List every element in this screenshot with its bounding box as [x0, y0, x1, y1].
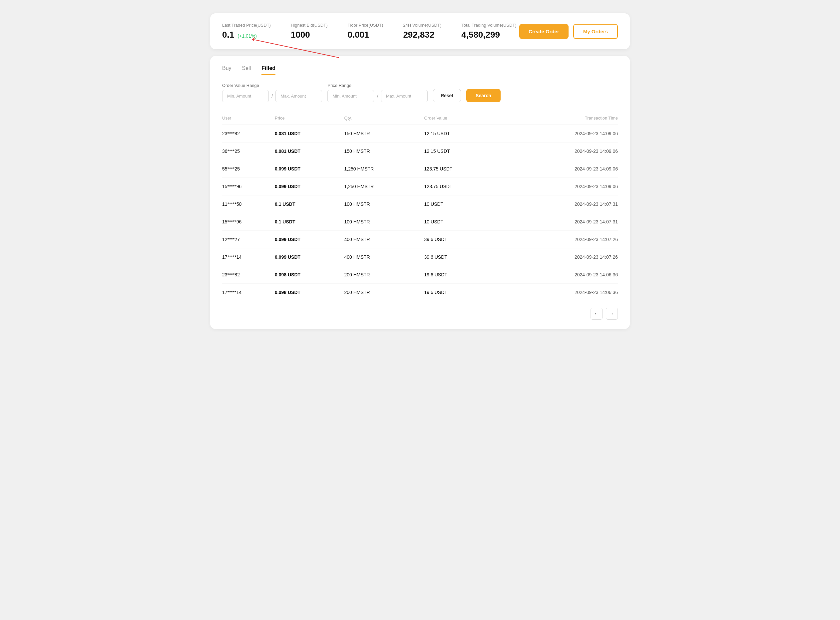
cell-order-value: 123.75 USDT: [425, 178, 501, 196]
next-page-button[interactable]: →: [606, 308, 618, 320]
cell-time: 2024-09-23 14:06:36: [501, 266, 618, 284]
main-container: Last Traded Price(USDT) 0.1 (+1.01%) Hig…: [210, 13, 630, 329]
last-traded-price-label: Last Traded Price(USDT): [222, 23, 271, 28]
cell-order-value: 19.6 USDT: [425, 284, 501, 301]
cell-order-value: 10 USDT: [425, 213, 501, 231]
col-order-value: Order Value: [425, 111, 501, 125]
cell-price: 0.081 USDT: [275, 143, 345, 160]
order-value-range-group: Order Value Range /: [222, 83, 322, 102]
cell-price: 0.099 USDT: [275, 248, 345, 266]
cell-order-value: 12.15 USDT: [425, 125, 501, 143]
cell-price: 0.098 USDT: [275, 266, 345, 284]
cell-qty: 150 HMSTR: [345, 143, 425, 160]
cell-time: 2024-09-23 14:07:31: [501, 213, 618, 231]
cell-time: 2024-09-23 14:07:26: [501, 231, 618, 248]
highest-bid-label: Highest Bid(USDT): [291, 23, 328, 28]
table-row: 17*****14 0.098 USDT 200 HMSTR 19.6 USDT…: [222, 284, 618, 301]
price-min-amount-input[interactable]: [327, 90, 374, 102]
reset-button[interactable]: Reset: [433, 89, 461, 102]
total-volume-value: 4,580,299: [461, 30, 516, 40]
cell-user: 15*****96: [222, 213, 275, 231]
stat-highest-bid: Highest Bid(USDT) 1000: [291, 23, 328, 40]
cell-order-value: 39.6 USDT: [425, 248, 501, 266]
cell-qty: 400 HMSTR: [345, 231, 425, 248]
last-traded-price-change: (+1.01%): [238, 33, 257, 39]
volume-24h-label: 24H Volume(USDT): [403, 23, 441, 28]
stats-group: Last Traded Price(USDT) 0.1 (+1.01%) Hig…: [222, 23, 516, 40]
cell-order-value: 39.6 USDT: [425, 231, 501, 248]
price-range-inputs: /: [327, 90, 428, 102]
price-max-amount-input[interactable]: [381, 90, 428, 102]
order-min-amount-input[interactable]: [222, 90, 269, 102]
cell-qty: 150 HMSTR: [345, 125, 425, 143]
volume-24h-value: 292,832: [403, 30, 441, 40]
cell-price: 0.099 USDT: [275, 160, 345, 178]
cell-qty: 200 HMSTR: [345, 284, 425, 301]
svg-line-0: [252, 39, 339, 57]
order-value-inputs: /: [222, 90, 322, 102]
cell-user: 11*****50: [222, 196, 275, 213]
col-price: Price: [275, 111, 345, 125]
order-max-amount-input[interactable]: [275, 90, 322, 102]
floor-price-label: Floor Price(USDT): [348, 23, 383, 28]
tab-sell[interactable]: Sell: [242, 65, 251, 75]
stat-total-volume: Total Trading Volume(USDT) 4,580,299: [461, 23, 516, 40]
cell-price: 0.099 USDT: [275, 231, 345, 248]
cell-time: 2024-09-23 14:07:31: [501, 196, 618, 213]
table-row: 36****25 0.081 USDT 150 HMSTR 12.15 USDT…: [222, 143, 618, 160]
stat-24h-volume: 24H Volume(USDT) 292,832: [403, 23, 441, 40]
cell-user: 17*****14: [222, 284, 275, 301]
cell-qty: 200 HMSTR: [345, 266, 425, 284]
cell-order-value: 12.15 USDT: [425, 143, 501, 160]
cell-time: 2024-09-23 14:09:06: [501, 143, 618, 160]
total-volume-label: Total Trading Volume(USDT): [461, 23, 516, 28]
cell-time: 2024-09-23 14:09:06: [501, 160, 618, 178]
pagination: ← →: [222, 308, 618, 320]
price-range-group: Price Range /: [327, 83, 428, 102]
cell-time: 2024-09-23 14:07:26: [501, 248, 618, 266]
cell-price: 0.1 USDT: [275, 196, 345, 213]
cell-price: 0.098 USDT: [275, 284, 345, 301]
my-orders-button[interactable]: My Orders: [573, 24, 618, 39]
col-transaction-time: Transaction Time: [501, 111, 618, 125]
cell-price: 0.099 USDT: [275, 178, 345, 196]
cell-user: 17*****14: [222, 248, 275, 266]
cell-price: 0.1 USDT: [275, 213, 345, 231]
order-separator: /: [271, 93, 273, 99]
cell-user: 23****82: [222, 266, 275, 284]
highest-bid-value: 1000: [291, 30, 328, 40]
cell-qty: 400 HMSTR: [345, 248, 425, 266]
table-row: 15*****96 0.1 USDT 100 HMSTR 10 USDT 202…: [222, 213, 618, 231]
col-qty: Qty.: [345, 111, 425, 125]
cell-time: 2024-09-23 14:09:06: [501, 125, 618, 143]
cell-time: 2024-09-23 14:09:06: [501, 178, 618, 196]
table-header: User Price Qty. Order Value Transaction …: [222, 111, 618, 125]
order-value-range-label: Order Value Range: [222, 83, 322, 88]
cell-time: 2024-09-23 14:06:36: [501, 284, 618, 301]
table-row: 55****25 0.099 USDT 1,250 HMSTR 123.75 U…: [222, 160, 618, 178]
search-button[interactable]: Search: [466, 89, 501, 102]
price-range-label: Price Range: [327, 83, 428, 88]
tab-buy[interactable]: Buy: [222, 65, 232, 75]
stat-last-traded-price: Last Traded Price(USDT) 0.1 (+1.01%): [222, 23, 271, 40]
prev-page-button[interactable]: ←: [590, 308, 602, 320]
floor-price-value: 0.001: [348, 30, 383, 40]
tabs: Buy Sell Filled: [222, 65, 618, 75]
create-order-button[interactable]: Create Order: [519, 24, 569, 39]
cell-qty: 1,250 HMSTR: [345, 178, 425, 196]
table-row: 11*****50 0.1 USDT 100 HMSTR 10 USDT 202…: [222, 196, 618, 213]
stats-card: Last Traded Price(USDT) 0.1 (+1.01%) Hig…: [210, 13, 630, 49]
orders-table: User Price Qty. Order Value Transaction …: [222, 111, 618, 301]
cell-order-value: 19.6 USDT: [425, 266, 501, 284]
cell-order-value: 10 USDT: [425, 196, 501, 213]
cell-qty: 1,250 HMSTR: [345, 160, 425, 178]
cell-user: 23****82: [222, 125, 275, 143]
filter-row: Order Value Range / Price Range / Reset …: [222, 83, 618, 102]
tab-filled[interactable]: Filled: [262, 65, 275, 75]
last-traded-price-value: 0.1: [222, 30, 234, 40]
cell-qty: 100 HMSTR: [345, 213, 425, 231]
table-header-row: User Price Qty. Order Value Transaction …: [222, 111, 618, 125]
col-user: User: [222, 111, 275, 125]
table-row: 23****82 0.081 USDT 150 HMSTR 12.15 USDT…: [222, 125, 618, 143]
cell-user: 15*****96: [222, 178, 275, 196]
